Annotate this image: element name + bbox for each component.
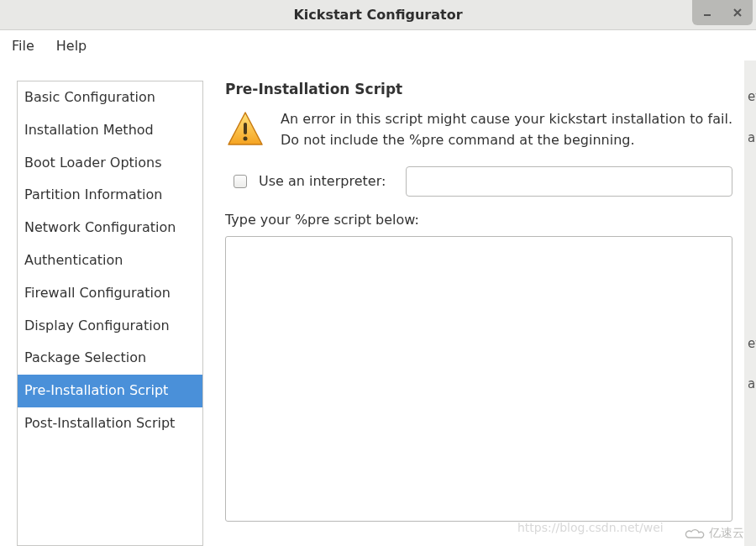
sidebar-item-label: Partition Information xyxy=(24,186,162,202)
window-buttons xyxy=(692,0,753,25)
sidebar-item-authentication[interactable]: Authentication xyxy=(18,244,202,277)
sidebar: Basic Configuration Installation Method … xyxy=(17,81,203,546)
cloud-icon xyxy=(684,526,706,541)
script-label: Type your %pre script below: xyxy=(225,212,732,228)
menu-help[interactable]: Help xyxy=(48,34,95,57)
watermark-url: https://blog.csdn.net/wei xyxy=(517,521,664,534)
close-icon xyxy=(732,8,743,18)
bg-fragment: et xyxy=(748,89,756,104)
watermark-logo: 亿速云 xyxy=(684,526,744,541)
bg-fragment: a xyxy=(748,376,756,391)
sidebar-item-partition-information[interactable]: Partition Information xyxy=(18,179,202,212)
sidebar-item-label: Post-Installation Script xyxy=(24,415,175,431)
interpreter-row: Use an interpreter: xyxy=(234,166,732,197)
menubar: File Help xyxy=(0,30,756,60)
warning-icon xyxy=(225,109,265,150)
use-interpreter-checkbox[interactable] xyxy=(234,175,247,188)
sidebar-item-installation-method[interactable]: Installation Method xyxy=(18,114,202,147)
sidebar-item-label: Authentication xyxy=(24,252,123,268)
interpreter-input[interactable] xyxy=(406,166,732,197)
close-button[interactable] xyxy=(722,0,753,25)
bg-fragment: et xyxy=(748,336,756,351)
sidebar-item-label: Pre-Installation Script xyxy=(24,382,168,398)
minimize-button[interactable] xyxy=(692,0,722,25)
svg-rect-0 xyxy=(704,14,711,16)
sidebar-item-display-configuration[interactable]: Display Configuration xyxy=(18,310,202,343)
sidebar-item-label: Firewall Configuration xyxy=(24,285,171,301)
svg-point-2 xyxy=(244,137,248,141)
sidebar-item-firewall-configuration[interactable]: Firewall Configuration xyxy=(18,277,202,310)
pre-script-textarea[interactable] xyxy=(225,236,732,522)
warning-row: An error in this script might cause your… xyxy=(225,109,732,151)
window-title: Kickstart Configurator xyxy=(293,7,462,23)
sidebar-item-label: Network Configuration xyxy=(24,219,176,235)
sidebar-item-label: Display Configuration xyxy=(24,318,170,333)
sidebar-item-post-installation-script[interactable]: Post-Installation Script xyxy=(18,407,202,440)
menu-file[interactable]: File xyxy=(3,34,43,57)
sidebar-item-boot-loader-options[interactable]: Boot Loader Options xyxy=(18,147,202,180)
sidebar-item-network-configuration[interactable]: Network Configuration xyxy=(18,212,202,244)
titlebar: Kickstart Configurator xyxy=(0,0,756,30)
main-panel: Pre-Installation Script An error in this… xyxy=(207,60,756,546)
minimize-icon xyxy=(702,8,712,18)
sidebar-item-label: Basic Configuration xyxy=(24,89,155,105)
panel-heading: Pre-Installation Script xyxy=(225,81,732,97)
sidebar-item-label: Installation Method xyxy=(24,122,154,138)
warning-text: An error in this script might cause your… xyxy=(281,109,732,151)
watermark-logo-text: 亿速云 xyxy=(709,526,744,541)
sidebar-item-package-selection[interactable]: Package Selection xyxy=(18,342,202,375)
sidebar-item-basic-configuration[interactable]: Basic Configuration xyxy=(18,81,202,114)
bg-fragment: a xyxy=(748,130,756,145)
use-interpreter-label: Use an interpreter: xyxy=(259,173,386,189)
content-area: Basic Configuration Installation Method … xyxy=(0,60,756,546)
sidebar-item-pre-installation-script[interactable]: Pre-Installation Script xyxy=(18,375,202,407)
sidebar-item-label: Package Selection xyxy=(24,349,146,365)
svg-rect-1 xyxy=(244,123,247,134)
sidebar-item-label: Boot Loader Options xyxy=(24,155,162,171)
sidebar-wrap: Basic Configuration Installation Method … xyxy=(0,60,207,546)
